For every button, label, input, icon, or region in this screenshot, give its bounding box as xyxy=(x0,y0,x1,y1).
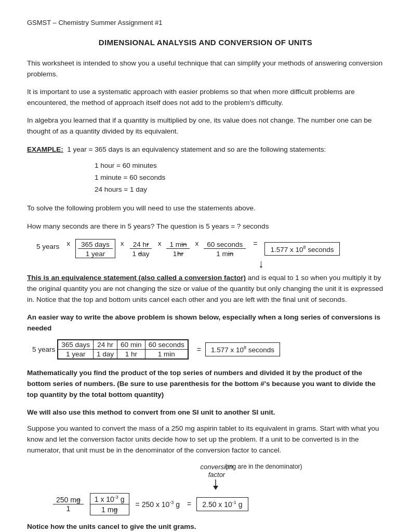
this-is-label: This is an equivalence statement (also c… xyxy=(27,274,246,282)
math-bold-para: Mathematically you find the product of t… xyxy=(27,368,384,401)
si-label: We will also use this method to convert … xyxy=(27,407,384,418)
svg-marker-1 xyxy=(213,486,218,490)
equiv-3: 24 hours = 1 day xyxy=(95,184,384,196)
fraction-2: 24 hr 1 day xyxy=(129,240,153,258)
frac1-num: 365 days xyxy=(78,240,113,249)
example-label: EXAMPLE: xyxy=(27,145,63,153)
si-frac-den: 1 mg xyxy=(97,504,122,515)
frac3-den: 1 hr xyxy=(167,249,189,258)
si-conv-frac: 1 x 10-3 g 1 mg xyxy=(90,493,129,516)
cell-365: 365 days 1 year xyxy=(58,340,94,358)
frac1-den: 1 year xyxy=(83,249,109,258)
si-chain-wrapper: 250 mg 1 1 x 10-3 g 1 mg = 250 x 10-3 g … xyxy=(53,493,384,516)
frac3-num: 1 min xyxy=(166,240,190,249)
main-title: DIMENSIONAL ANALYSIS AND CONVERSION OF U… xyxy=(27,38,384,47)
si-frac-num: 1 x 10-3 g xyxy=(90,494,129,505)
notice-para: Notice how the units cancel to give the … xyxy=(27,523,384,530)
si-eq2: = xyxy=(187,500,191,508)
simple-table: 365 days 1 year 24 hr 1 day 60 min 1 hr … xyxy=(57,339,188,360)
years-label: 5 years xyxy=(36,243,59,250)
frac2-den: 1 day xyxy=(129,249,153,258)
example-text: 1 year = 365 days is an equivalency stat… xyxy=(67,145,326,153)
cell-24hr: 24 hr 1 day xyxy=(94,340,117,358)
fraction-3: 1 min 1 hr xyxy=(166,240,190,258)
paragraph-2: It is important to use a systematic appr… xyxy=(27,87,384,109)
si-left-den: 1 xyxy=(63,504,73,513)
header-text: GSMST – Chemistry Summer Assignment #1 xyxy=(27,19,163,26)
chain-x-3: x xyxy=(195,240,198,252)
chain-x-2: x xyxy=(158,240,162,252)
cell-60min: 60 min 1 hr xyxy=(117,340,145,358)
cf-mg-note: (mg are in the denominator) xyxy=(226,463,302,470)
conversion-chain-1: 5 years x 365 days 1 year x 24 hr 1 day … xyxy=(36,239,384,258)
si-eq1: = 250 x 10-3 g xyxy=(136,500,180,509)
chain-x-1: x xyxy=(121,240,124,252)
frac4-num: 60 seconds xyxy=(204,240,246,249)
equivalencies-block: 1 hour = 60 minutes 1 minute = 60 second… xyxy=(95,160,384,196)
simple-result-box: 1.577 x 108 seconds xyxy=(205,342,280,356)
fraction-4: 60 seconds 1 min xyxy=(204,240,246,258)
result-box-1: 1.577 x 108 seconds xyxy=(264,242,339,256)
down-arrow: ↓ xyxy=(138,257,384,271)
equals-sign-1: = xyxy=(253,240,257,253)
equiv-2: 1 minute = 60 seconds xyxy=(95,172,384,184)
chain-x-0: x xyxy=(67,240,70,252)
si-left-frac: 250 mg 1 xyxy=(53,496,84,513)
header-line: GSMST – Chemistry Summer Assignment #1 xyxy=(27,19,384,26)
fraction-1: 365 days 1 year xyxy=(75,239,115,258)
example-line: EXAMPLE: 1 year = 365 days is an equival… xyxy=(27,144,384,155)
simple-chain-wrapper: 5 years 365 days 1 year 24 hr 1 day 60 m… xyxy=(32,339,384,360)
paragraph-1: This worksheet is intended to show you a… xyxy=(27,58,384,80)
simple-equals: = xyxy=(197,345,201,354)
frac4-den: 1 min xyxy=(213,249,236,258)
frac2-num: 24 hr xyxy=(130,240,152,249)
si-result-box: 2.50 x 10-1 g xyxy=(196,497,248,511)
equiv-1: 1 hour = 60 minutes xyxy=(95,160,384,172)
easier-way-label: An easier way to write the above problem… xyxy=(27,312,384,334)
simple-years: 5 years xyxy=(32,345,57,353)
si-para: Suppose you wanted to convert the mass o… xyxy=(27,423,384,456)
si-left-num: 250 mg xyxy=(53,496,84,504)
solve-intro: To solve the following problem you will … xyxy=(27,203,384,214)
equivalence-statement-para: This is an equivalence statement (also c… xyxy=(27,273,384,305)
cf-arrow xyxy=(208,480,223,491)
paragraph-3: In algebra you learned that if a quantit… xyxy=(27,115,384,137)
cf-labels: conversionfactor (mg are in the denomina… xyxy=(154,463,289,491)
cell-60sec: 60 seconds 1 min xyxy=(145,340,189,358)
cf-diagram: conversionfactor (mg are in the denomina… xyxy=(112,463,299,491)
question-line: How many seconds are there in 5 years? T… xyxy=(27,221,384,232)
